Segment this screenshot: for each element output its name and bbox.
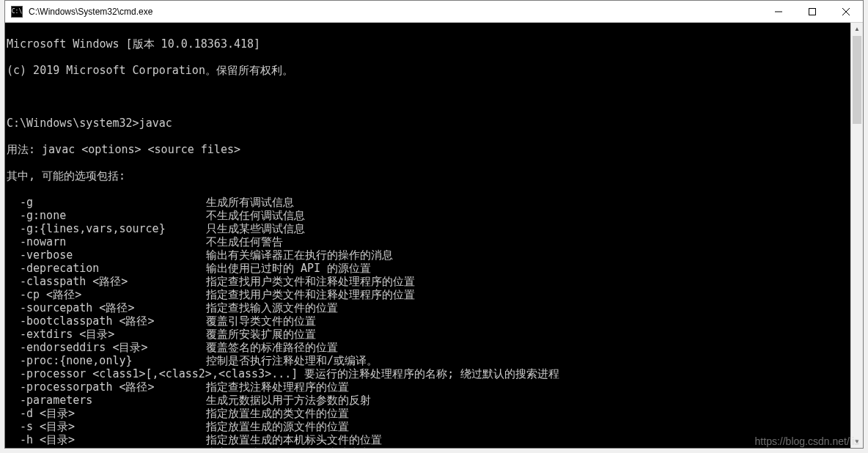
terminal-output[interactable]: Microsoft Windows [版本 10.0.18363.418] (c… — [5, 23, 850, 448]
option-row: -classpath <路径>指定查找用户类文件和注释处理程序的位置 — [7, 275, 850, 288]
option-row: -parameters生成元数据以用于方法参数的反射 — [7, 394, 850, 407]
option-desc: 指定是否为隐式引用文件生成类文件 — [206, 446, 382, 448]
option-flag: -deprecation — [7, 262, 206, 275]
option-flag: -proc:{none,only} — [7, 354, 206, 367]
header-line: Microsoft Windows [版本 10.0.18363.418] — [7, 37, 850, 51]
header-line: (c) 2019 Microsoft Corporation。保留所有权利。 — [7, 64, 850, 77]
close-button[interactable] — [829, 1, 863, 22]
option-row: -deprecation输出使用已过时的 API 的源位置 — [7, 262, 850, 275]
option-row: -d <目录>指定放置生成的类文件的位置 — [7, 407, 850, 420]
prompt-line: C:\Windows\system32>javac — [7, 117, 850, 130]
usage-line: 用法: javac <options> <source files> — [7, 143, 850, 156]
blank-line — [7, 90, 850, 103]
maximize-icon — [809, 8, 816, 15]
option-flag: -g — [7, 196, 206, 209]
option-flag: -extdirs <目录> — [7, 328, 206, 341]
titlebar[interactable]: C:\ C:\Windows\System32\cmd.exe — [5, 1, 863, 23]
close-icon — [842, 8, 850, 15]
option-desc: 指定放置生成的类文件的位置 — [206, 407, 349, 420]
option-desc: 输出有关编译器正在执行的操作的消息 — [206, 248, 393, 262]
client-area: Microsoft Windows [版本 10.0.18363.418] (c… — [5, 23, 863, 448]
option-row: -verbose输出有关编译器正在执行的操作的消息 — [7, 248, 850, 262]
option-row: -bootclasspath <路径>覆盖引导类文件的位置 — [7, 314, 850, 328]
options-list: -g生成所有调试信息-g:none不生成任何调试信息-g:{lines,vars… — [7, 196, 850, 448]
maximize-button[interactable] — [795, 1, 829, 22]
option-desc: 覆盖引导类文件的位置 — [206, 314, 316, 328]
option-flag: -classpath <路径> — [7, 275, 206, 288]
option-flag: -g:none — [7, 209, 206, 222]
option-row: -processorpath <路径>指定查找注释处理程序的位置 — [7, 380, 850, 394]
scroll-up-arrow[interactable]: ▲ — [851, 23, 863, 35]
option-flag: -nowarn — [7, 235, 206, 248]
option-row: -implicit:{none,class}指定是否为隐式引用文件生成类文件 — [7, 446, 850, 448]
option-row: -g:{lines,vars,source}只生成某些调试信息 — [7, 222, 850, 235]
where-line: 其中, 可能的选项包括: — [7, 169, 850, 183]
option-flag: -h <目录> — [7, 433, 206, 446]
option-row: -g生成所有调试信息 — [7, 196, 850, 209]
option-desc: 只生成某些调试信息 — [206, 222, 305, 235]
option-flag: -parameters — [7, 394, 206, 407]
minimize-button[interactable] — [762, 1, 795, 22]
option-desc: 覆盖签名的标准路径的位置 — [206, 341, 338, 354]
watermark: https://blog.csdn.net/lis — [755, 435, 859, 447]
svg-rect-1 — [809, 8, 816, 15]
option-desc: 覆盖所安装扩展的位置 — [206, 328, 316, 341]
option-flag: -s <目录> — [7, 420, 206, 433]
option-row: -sourcepath <路径>指定查找输入源文件的位置 — [7, 301, 850, 314]
option-row: -nowarn不生成任何警告 — [7, 235, 850, 248]
window-controls — [762, 1, 863, 22]
option-flag: -verbose — [7, 248, 206, 262]
option-desc: 指定放置生成的源文件的位置 — [206, 420, 349, 433]
minimize-icon — [775, 8, 782, 15]
option-row: -extdirs <目录>覆盖所安装扩展的位置 — [7, 328, 850, 341]
app-icon: C:\ — [11, 6, 23, 18]
option-desc: 输出使用已过时的 API 的源位置 — [206, 262, 371, 275]
option-row: -proc:{none,only}控制是否执行注释处理和/或编译。 — [7, 354, 850, 367]
option-flag: -g:{lines,vars,source} — [7, 222, 206, 235]
option-flag: -endorseddirs <目录> — [7, 341, 206, 354]
option-desc: 指定查找用户类文件和注释处理程序的位置 — [206, 288, 415, 301]
option-flag: -bootclasspath <路径> — [7, 314, 206, 328]
window-title: C:\Windows\System32\cmd.exe — [27, 7, 762, 17]
option-flag: -d <目录> — [7, 407, 206, 420]
scroll-thumb[interactable] — [853, 36, 861, 124]
option-desc: 生成元数据以用于方法参数的反射 — [206, 394, 371, 407]
option-flag: -implicit:{none,class} — [7, 446, 206, 448]
cmd-window: C:\ C:\Windows\System32\cmd.exe Microsof… — [4, 0, 864, 449]
option-flag: -cp <路径> — [7, 288, 206, 301]
option-row: -endorseddirs <目录>覆盖签名的标准路径的位置 — [7, 341, 850, 354]
option-row: -cp <路径>指定查找用户类文件和注释处理程序的位置 — [7, 288, 850, 301]
option-row: -processor <class1>[,<class2>,<class3>..… — [7, 367, 850, 380]
option-desc: 指定放置生成的本机标头文件的位置 — [206, 433, 382, 446]
vertical-scrollbar[interactable]: ▲ ▼ — [850, 23, 863, 448]
option-desc: 控制是否执行注释处理和/或编译。 — [206, 354, 378, 367]
option-flag: -processor <class1>[,<class2>,<class3>..… — [7, 367, 559, 380]
option-desc: 生成所有调试信息 — [206, 196, 294, 209]
option-row: -g:none不生成任何调试信息 — [7, 209, 850, 222]
option-row: -s <目录>指定放置生成的源文件的位置 — [7, 420, 850, 433]
option-flag: -sourcepath <路径> — [7, 301, 206, 314]
option-desc: 指定查找输入源文件的位置 — [206, 301, 338, 314]
option-desc: 不生成任何调试信息 — [206, 209, 305, 222]
option-desc: 指定查找注释处理程序的位置 — [206, 380, 349, 394]
option-row: -h <目录>指定放置生成的本机标头文件的位置 — [7, 433, 850, 446]
option-flag: -processorpath <路径> — [7, 380, 206, 394]
option-desc: 指定查找用户类文件和注释处理程序的位置 — [206, 275, 415, 288]
option-desc: 不生成任何警告 — [206, 235, 283, 248]
